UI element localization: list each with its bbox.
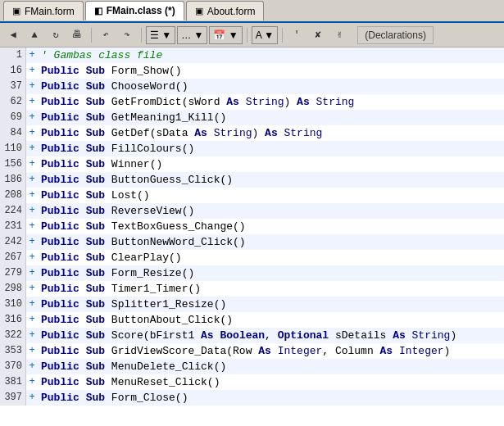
table-row: 316+Public Sub ButtonAbout_Click() [0,312,504,328]
toolbar-dropdown2[interactable]: … ▼ [177,26,207,44]
table-row: 16+Public Sub Form_Show() [0,63,504,79]
line-expand-btn[interactable]: + [26,359,38,374]
line-code: Public Sub ChooseWord() [38,79,188,94]
line-number: 353 [0,343,26,359]
line-expand-btn[interactable]: + [26,125,38,141]
table-row: 381+Public Sub MenuReset_Click() [0,374,504,390]
table-row: 353+Public Sub GridViewScore_Data(Row As… [0,343,504,359]
toolbar-quote-btn[interactable]: ' [287,26,306,44]
line-number: 37 [0,79,26,94]
line-code: Public Sub ClearPlay() [38,250,182,265]
line-code: Public Sub Lost() [38,188,150,203]
toolbar-undo-btn[interactable]: ↶ [96,26,116,44]
tab-about-form-label: About.form [207,6,256,17]
toolbar: ◀ ▲ ↻ 🖶 ↶ ↷ ☰ ▼ … ▼ 📅 ▼ A ▼ ' ✘ ✌ (Decla… [0,23,504,48]
line-number: 69 [0,110,26,125]
line-expand-btn[interactable]: + [26,219,38,234]
line-number: 298 [0,281,26,297]
line-number: 381 [0,374,26,390]
toolbar-sep3 [247,28,247,43]
line-expand-btn[interactable]: + [26,281,38,297]
toolbar-print-btn[interactable]: 🖶 [67,26,87,44]
table-row: 156+Public Sub Winner() [0,156,504,172]
line-expand-btn[interactable]: + [26,297,38,312]
line-expand-btn[interactable]: + [26,265,38,281]
line-code: Public Sub GetFromDict(sWord As String) … [38,94,354,110]
tab-fmain-class[interactable]: ◧ FMain.class (*) [85,1,184,20]
line-number: 186 [0,172,26,188]
line-number: 267 [0,250,26,265]
line-number: 397 [0,390,26,406]
table-row: 69+Public Sub GetMeaning1_Kill() [0,110,504,125]
toolbar-arrow-left-btn[interactable]: ◀ [3,26,23,44]
line-code: Public Sub Timer1_Timer() [38,281,201,297]
toolbar-declarations-dropdown[interactable]: (Declarations) [357,26,434,44]
line-number: 84 [0,125,26,141]
line-code: Public Sub ReverseView() [38,203,194,219]
tab-about-form[interactable]: ▣ About.form [186,1,265,20]
toolbar-dropdown4-icon: A ▼ [256,29,275,41]
line-expand-btn[interactable]: + [26,390,38,406]
toolbar-dropdown1-icon: ☰ ▼ [150,29,171,41]
table-row: 370+Public Sub MenuDelete_Click() [0,359,504,374]
line-expand-btn[interactable]: + [26,48,38,63]
line-expand-btn[interactable]: + [26,203,38,219]
table-row: 208+Public Sub Lost() [0,188,504,203]
line-expand-btn[interactable]: + [26,156,38,172]
line-code: Public Sub Splitter1_Resize() [38,297,226,312]
line-number: 110 [0,141,26,156]
code-area[interactable]: 1+' Gambas class file16+Public Sub Form_… [0,48,504,426]
line-number: 1 [0,48,26,63]
table-row: 279+Public Sub Form_Resize() [0,265,504,281]
table-row: 397+Public Sub Form_Close() [0,390,504,406]
line-number: 310 [0,297,26,312]
tab-fmain-class-label: FMain.class (*) [107,5,175,16]
line-expand-btn[interactable]: + [26,63,38,79]
toolbar-dropdown2-icon: … ▼ [181,29,203,41]
line-expand-btn[interactable]: + [26,234,38,250]
line-code: Public Sub GridViewScore_Data(Row As Int… [38,343,450,359]
line-expand-btn[interactable]: + [26,328,38,343]
line-code: Public Sub ButtonGuess_Click() [38,172,233,188]
toolbar-arrow-up-btn[interactable]: ▲ [25,26,44,44]
line-expand-btn[interactable]: + [26,188,38,203]
table-row: 310+Public Sub Splitter1_Resize() [0,297,504,312]
line-number: 316 [0,312,26,328]
toolbar-hand-btn[interactable]: ✌ [329,26,349,44]
toolbar-refresh-btn[interactable]: ↻ [46,26,66,44]
line-number: 242 [0,234,26,250]
toolbar-dropdown3[interactable]: 📅 ▼ [209,26,242,44]
line-expand-btn[interactable]: + [26,312,38,328]
toolbar-dropdown1[interactable]: ☰ ▼ [146,26,175,44]
table-row: 298+Public Sub Timer1_Timer() [0,281,504,297]
line-number: 322 [0,328,26,343]
line-expand-btn[interactable]: + [26,374,38,390]
line-expand-btn[interactable]: + [26,110,38,125]
table-row: 110+Public Sub FillColours() [0,141,504,156]
tab-fmain-form[interactable]: ▣ FMain.form [3,1,84,20]
line-number: 208 [0,188,26,203]
line-code: Public Sub Form_Close() [38,390,188,406]
toolbar-redo-btn[interactable]: ↷ [117,26,137,44]
table-row: 224+Public Sub ReverseView() [0,203,504,219]
line-expand-btn[interactable]: + [26,250,38,265]
line-expand-btn[interactable]: + [26,79,38,94]
line-expand-btn[interactable]: + [26,94,38,110]
toolbar-sep2 [141,28,142,43]
line-expand-btn[interactable]: + [26,141,38,156]
tab-bar: ▣ FMain.form ◧ FMain.class (*) ▣ About.f… [0,0,504,23]
table-row: 1+' Gambas class file [0,48,504,63]
toolbar-dropdown4[interactable]: A ▼ [252,26,279,44]
line-code: Public Sub Form_Resize() [38,265,194,281]
toolbar-dropdown3-icon: 📅 ▼ [213,29,238,41]
line-expand-btn[interactable]: + [26,172,38,188]
line-number: 16 [0,63,26,79]
toolbar-cut-btn[interactable]: ✘ [308,26,328,44]
tab-about-form-icon: ▣ [195,6,203,16]
line-code: Public Sub GetDef(sData As String) As St… [38,125,322,141]
tab-fmain-form-label: FMain.form [25,6,75,17]
toolbar-sep1 [91,28,92,43]
line-code: Public Sub ButtonNewWord_Click() [38,234,246,250]
tab-fmain-class-icon: ◧ [94,6,102,16]
line-expand-btn[interactable]: + [26,343,38,359]
